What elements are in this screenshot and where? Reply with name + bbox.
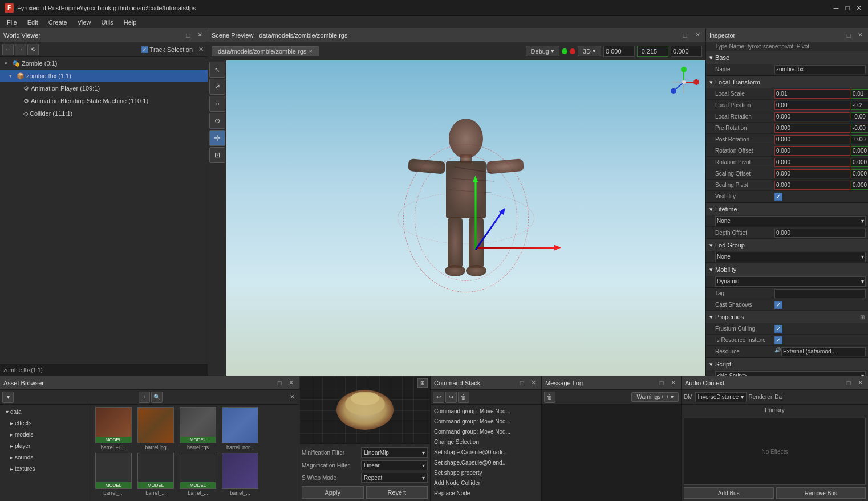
asset-browser-float-button[interactable]: □ [275,378,284,388]
mobility-dropdown[interactable]: Dynamic ▾ [715,276,866,287]
cmd-clear-button[interactable]: 🗑 [458,392,469,403]
asset-search-close[interactable]: ✕ [287,393,297,402]
cmd-item-1[interactable]: Command group: Move Nod... [432,416,540,426]
asset-tree-sounds[interactable]: ▸ sounds [1,451,90,463]
remove-bus-button[interactable]: Remove Bus [776,487,866,499]
inspector-transform-header[interactable]: ▾ Local Transform [706,76,868,88]
texture-fullscreen-button[interactable]: ⊞ [417,378,428,388]
inspector-mobility-header[interactable]: ▾ Mobility [706,263,868,276]
inspector-script-header[interactable]: ▾ Script [706,358,868,370]
tool-select-box[interactable]: ⊡ [209,147,225,163]
texture-viewport[interactable]: ⊞ [299,376,430,443]
asset-item-barrel-4[interactable]: MODEL barrel_... [178,453,218,496]
tree-collider[interactable]: ◇ Collider (111:1) [0,107,208,120]
menu-file[interactable]: File [2,18,22,27]
world-search-close[interactable]: ✕ [196,45,205,54]
message-log-close-button[interactable]: ✕ [668,378,678,388]
resource-input[interactable] [781,347,866,356]
msg-clear-button[interactable]: 🗑 [544,392,555,403]
resource-instance-checkbox[interactable]: ✓ [774,336,782,344]
minimize-button[interactable]: ─ [832,3,841,13]
command-stack-float-button[interactable]: □ [517,378,526,388]
scl-piv-x[interactable] [774,181,850,190]
inspector-float-button[interactable]: □ [844,31,853,40]
scl-off-y[interactable] [851,169,868,178]
asset-item-barrel-fbx[interactable]: MODEL barrel.FB... [94,407,133,450]
tool-select[interactable]: ↖ [209,62,225,78]
revert-button[interactable]: Revert [366,486,428,499]
inspector-lifetime-header[interactable]: ▾ Lifetime [706,203,868,215]
world-back-button[interactable]: ← [2,44,14,55]
asset-item-barrel-3[interactable]: MODEL barrel_... [136,453,176,496]
scale-x-input[interactable] [774,89,850,99]
debug-dropdown[interactable]: Debug ▾ [526,46,559,56]
lod-dropdown[interactable]: None ▾ [715,252,866,262]
asset-tree-textures[interactable]: ▸ textures [1,463,90,474]
pos-x-input[interactable] [774,101,850,110]
cast-shadows-checkbox[interactable]: ✓ [774,301,782,309]
tree-anim-player[interactable]: ⚙ Animation Player (109:1) [0,82,208,95]
menu-create[interactable]: Create [44,18,72,27]
maximize-button[interactable]: □ [843,3,852,13]
magnification-dropdown[interactable]: Linear ▾ [361,460,428,470]
asset-add-button[interactable]: + [139,392,150,403]
asset-item-barrel-jpg[interactable]: barrel.jpg [136,407,176,450]
pre-rot-x[interactable] [774,124,850,133]
cmd-undo-button[interactable]: ↩ [433,392,444,403]
audio-context-close-button[interactable]: ✕ [855,378,865,388]
world-refresh-button[interactable]: ⟲ [27,44,39,55]
script-dropdown[interactable]: <No Script> ▾ [715,371,866,376]
tree-zombie[interactable]: ▾ 🎭 Zombie (0:1) [0,57,208,70]
scl-off-x[interactable] [774,169,850,178]
cmd-item-6[interactable]: Set shape property [432,467,540,478]
asset-item-barrel-5[interactable]: barrel_... [220,453,260,496]
cmd-item-7[interactable]: Add Node Collider [432,478,540,488]
world-viewer-close-button[interactable]: ✕ [195,31,204,40]
rot-x-input[interactable] [774,112,850,121]
asset-item-barrel-rgs[interactable]: MODEL barrel.rgs [178,407,218,450]
frustum-checkbox[interactable]: ✓ [774,325,782,333]
minification-dropdown[interactable]: LinearMip ▾ [361,447,428,458]
asset-tree-player[interactable]: ▸ player [1,440,90,451]
apply-button[interactable]: Apply [302,486,364,499]
pos-y-input[interactable] [851,101,868,110]
track-selection-checkbox[interactable]: ✓ [141,46,148,53]
tool-rotate[interactable]: ○ [209,96,225,112]
menu-view[interactable]: View [73,18,96,27]
message-log-float-button[interactable]: □ [657,378,666,388]
rot-piv-y[interactable] [851,158,868,167]
scene-viewport[interactable] [226,60,705,376]
properties-expand[interactable]: ⊞ [860,314,865,320]
asset-item-barrel-nor[interactable]: barrel_nor... [220,407,260,450]
tag-input[interactable] [774,289,866,298]
coord-y-input[interactable] [637,46,668,57]
asset-tree-effects[interactable]: ▸ effects [1,417,90,429]
asset-item-barrel-2[interactable]: MODEL barrel_... [94,453,133,496]
pre-rot-y[interactable] [851,124,868,133]
asset-nav-button[interactable]: ▾ [2,392,14,403]
asset-browser-close-button[interactable]: ✕ [286,378,295,388]
cmd-item-2[interactable]: Command group: Move Nod... [432,426,540,437]
name-input[interactable] [774,65,866,74]
rot-off-x[interactable] [774,146,850,156]
cmd-item-0[interactable]: Command group: Move Nod... [432,406,540,416]
audio-context-float-button[interactable]: □ [844,378,853,388]
command-stack-close-button[interactable]: ✕ [529,378,538,388]
scene-tab[interactable]: data/models/zombie/zombie.rgs ✕ [212,46,319,56]
asset-tree-models[interactable]: ▸ models [1,429,90,440]
asset-tree-data[interactable]: ▾ data [1,406,90,417]
tree-zombie-fbx[interactable]: ▾ 📦 zombie.fbx (1:1) [0,70,208,82]
menu-help[interactable]: Help [119,18,141,27]
tool-scale[interactable]: ⊙ [209,113,225,129]
scene-tab-close[interactable]: ✕ [309,48,313,54]
inspector-lod-header[interactable]: ▾ Lod Group [706,239,868,251]
rot-piv-x[interactable] [774,158,850,167]
cmd-item-3[interactable]: Change Selection [432,437,540,447]
coord-z-input[interactable] [671,46,702,57]
mode-3d-button[interactable]: 3D ▾ [578,46,601,56]
lifetime-dropdown[interactable]: None ▾ [715,216,866,226]
msg-filter-dropdown[interactable]: Warnings+ + ▾ [631,392,679,402]
cmd-item-4[interactable]: Set shape.Capsule@0.radi... [432,447,540,457]
close-button[interactable]: ✕ [854,3,863,13]
inspector-base-header[interactable]: ▾ Base [706,51,868,64]
